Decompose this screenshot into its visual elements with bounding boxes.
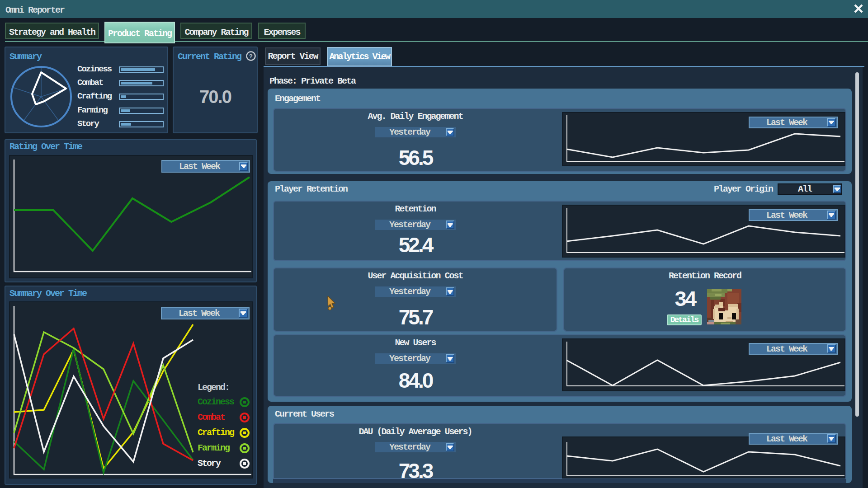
svg-text:?: ?: [249, 53, 253, 60]
